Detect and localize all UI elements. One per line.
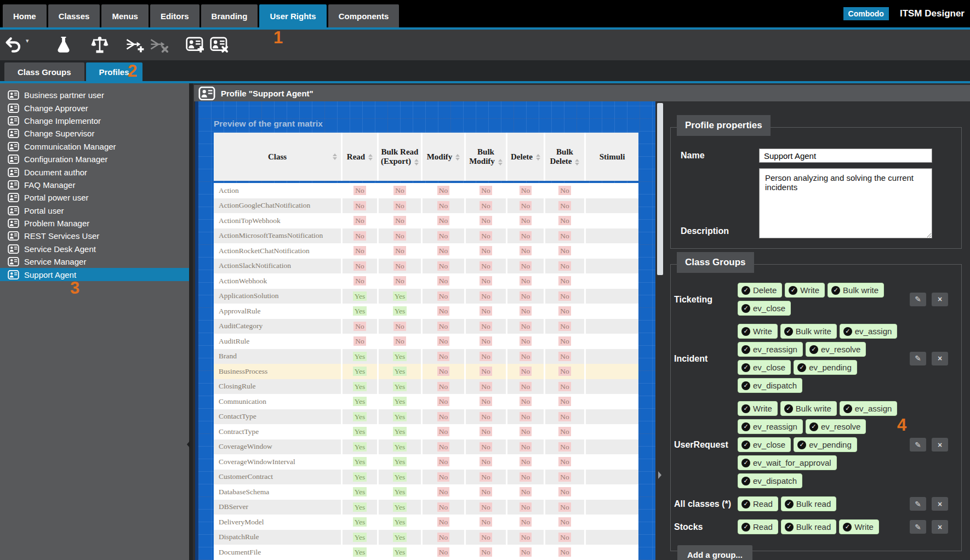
matrix-cell: Yes — [379, 409, 423, 425]
sidebar-item-support-agent[interactable]: Support Agent — [0, 268, 189, 281]
nav-tab-editors[interactable]: Editors — [150, 4, 199, 27]
grant-value: No — [558, 292, 571, 301]
sidebar-item-business-partner-user[interactable]: Business partner user — [0, 89, 189, 101]
matrix-cell: No — [545, 349, 586, 364]
sidebar-item-configuration-manager[interactable]: Configuration Manager — [0, 153, 189, 165]
edit-group-button[interactable]: ✎ — [910, 497, 926, 511]
sidebar-item-portal-power-user[interactable]: Portal power user — [0, 191, 189, 204]
grant-value: No — [480, 472, 492, 482]
matrix-column-header-bulk-read-export[interactable]: Bulk Read (Export) — [379, 133, 423, 181]
itsm-designer-window: HomeClassesMenusEditorsBrandingUser Righ… — [0, 0, 970, 560]
collapse-left-icon[interactable] — [187, 441, 190, 448]
matrix-cell: No — [423, 484, 466, 500]
matrix-column-header-bulk-modify[interactable]: Bulk Modify — [466, 133, 507, 181]
collapse-right-icon[interactable] — [658, 471, 661, 479]
matrix-cell: No — [545, 243, 586, 259]
add-transition-button[interactable] — [125, 36, 144, 54]
edit-group-button[interactable]: ✎ — [910, 520, 926, 534]
grant-badge-delete: ✓Delete — [738, 283, 782, 298]
grant-value: Yes — [353, 306, 367, 316]
matrix-row-contracttype: ContractTypeYesYesNoNoNoNo — [214, 424, 638, 439]
delete-profile-button[interactable] — [210, 36, 229, 54]
description-label: Description — [681, 226, 729, 236]
column-label: Bulk Modify — [468, 147, 504, 166]
sidebar-item-faq-manager[interactable]: FAQ Manager — [0, 179, 189, 191]
edit-group-button[interactable]: ✎ — [910, 438, 926, 452]
matrix-cell: No — [379, 334, 423, 349]
grant-badge-ev-close: ✓ev_close — [738, 360, 791, 375]
grant-value: Yes — [353, 457, 367, 466]
grant-value: Yes — [353, 367, 367, 376]
nav-tab-branding[interactable]: Branding — [201, 4, 258, 27]
matrix-cell: No — [423, 349, 466, 364]
matrix-column-header-delete[interactable]: Delete — [507, 133, 545, 181]
remove-group-button[interactable]: × — [932, 293, 948, 306]
remove-group-button[interactable]: × — [932, 352, 948, 365]
grant-value: No — [558, 352, 571, 361]
matrix-column-header-class[interactable]: Class — [214, 133, 343, 181]
nav-tab-home[interactable]: Home — [3, 4, 47, 27]
compare-button[interactable] — [90, 36, 109, 54]
remove-group-button[interactable]: × — [932, 497, 948, 511]
sidebar-item-service-manager[interactable]: Service Manager — [0, 255, 189, 268]
profile-item-label: Communication Manager — [24, 142, 116, 151]
matrix-column-header-modify[interactable]: Modify — [423, 133, 466, 181]
nav-tab-user-rights[interactable]: User Rights — [259, 4, 326, 27]
matrix-cell: No — [466, 515, 507, 530]
grant-badge-label: Bulk write — [843, 285, 878, 295]
sidebar-item-communication-manager[interactable]: Communication Manager — [0, 140, 189, 153]
matrix-column-header-read[interactable]: Read — [343, 133, 379, 181]
matrix-cell — [586, 409, 638, 425]
vertical-scrollbar-thumb[interactable] — [657, 103, 663, 275]
matrix-cell — [586, 530, 638, 545]
grant-value: Yes — [353, 412, 367, 421]
matrix-class-cell: DocumentFile — [214, 545, 343, 560]
matrix-cell: No — [466, 259, 507, 274]
matrix-cell: Yes — [343, 349, 379, 364]
sidebar-item-change-supervisor[interactable]: Change Supervisor — [0, 127, 189, 140]
sidebar-item-problem-manager[interactable]: Problem Manager — [0, 217, 189, 230]
grant-badge-read: ✓Read — [738, 519, 778, 534]
tab-class-groups[interactable]: Class Groups — [4, 62, 84, 81]
undo-button[interactable]: ▾ — [4, 36, 29, 54]
sidebar-item-change-implementor[interactable]: Change Implementor — [0, 115, 189, 127]
transition-add-icon — [125, 36, 144, 54]
grant-value: No — [437, 292, 450, 301]
check-icon: ✓ — [784, 404, 793, 413]
add-profile-button[interactable] — [186, 36, 204, 54]
sidebar-item-change-approver[interactable]: Change Approver — [0, 101, 189, 114]
grant-badge-label: ev_pending — [809, 363, 852, 372]
grant-value: No — [437, 336, 450, 346]
matrix-class-cell: BusinessProcess — [214, 364, 343, 379]
simulate-button[interactable] — [54, 36, 73, 54]
grant-badge-label: Bulk write — [796, 404, 831, 413]
matrix-cell: Yes — [343, 439, 379, 455]
matrix-class-cell: ActionWebhook — [214, 273, 343, 289]
add-group-button[interactable]: Add a group... — [677, 545, 752, 560]
matrix-class-cell: ActionGoogleChatNotification — [214, 198, 343, 214]
nav-tab-classes[interactable]: Classes — [48, 4, 100, 27]
edit-group-button[interactable]: ✎ — [910, 352, 926, 365]
name-input[interactable] — [759, 148, 932, 163]
matrix-cell — [586, 515, 638, 530]
class-group-row-userrequest: UserRequest✓Write✓Bulk write✓ev_assign✓e… — [671, 401, 956, 488]
grant-badge-label: Delete — [753, 285, 777, 295]
grant-value: No — [520, 502, 532, 512]
nav-tab-components[interactable]: Components — [328, 4, 400, 27]
nav-tab-menus[interactable]: Menus — [101, 4, 149, 27]
matrix-cell: No — [466, 454, 507, 470]
matrix-cell: No — [423, 454, 466, 470]
sidebar-item-rest-services-user[interactable]: REST Services User — [0, 230, 189, 242]
remove-group-button[interactable]: × — [932, 438, 948, 452]
matrix-cell: No — [507, 409, 545, 425]
description-input[interactable]: Person analyzing and solving the current… — [759, 168, 932, 238]
profile-card-icon — [8, 206, 19, 215]
chevron-down-icon[interactable]: ▾ — [26, 37, 29, 44]
grant-value: No — [437, 382, 450, 391]
sidebar-item-service-desk-agent[interactable]: Service Desk Agent — [0, 243, 189, 255]
sidebar-item-portal-user[interactable]: Portal user — [0, 204, 189, 217]
sidebar-item-document-author[interactable]: Document author — [0, 165, 189, 178]
matrix-column-header-bulk-delete[interactable]: Bulk Delete — [545, 133, 586, 181]
edit-group-button[interactable]: ✎ — [910, 293, 926, 306]
remove-group-button[interactable]: × — [932, 520, 948, 534]
